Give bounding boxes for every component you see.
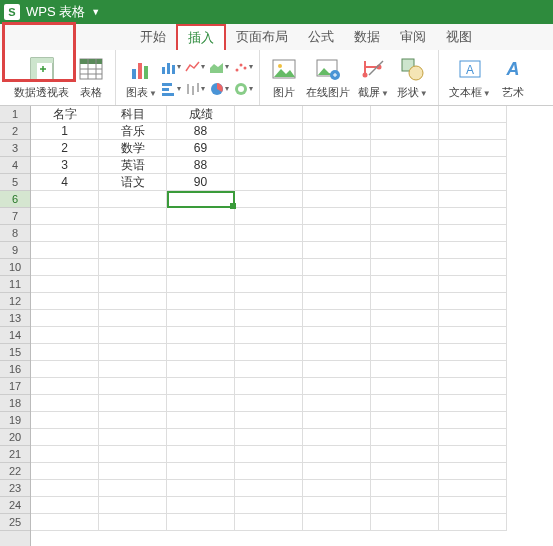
cell[interactable]: [303, 446, 371, 463]
cell[interactable]: [31, 446, 99, 463]
cell[interactable]: [167, 480, 235, 497]
cell[interactable]: [167, 412, 235, 429]
cell[interactable]: [439, 157, 507, 174]
wordart-button[interactable]: A 艺术: [495, 53, 531, 102]
pie-chart-icon[interactable]: ▾: [209, 79, 229, 99]
cell[interactable]: [303, 106, 371, 123]
cell[interactable]: [371, 429, 439, 446]
cell[interactable]: [303, 310, 371, 327]
cell[interactable]: [235, 463, 303, 480]
row-header[interactable]: 25: [0, 514, 30, 531]
cell[interactable]: [371, 514, 439, 531]
row-header[interactable]: 22: [0, 463, 30, 480]
cell[interactable]: 英语: [99, 157, 167, 174]
picture-button[interactable]: 图片: [266, 53, 302, 102]
cell[interactable]: [303, 361, 371, 378]
cell[interactable]: [167, 514, 235, 531]
cell[interactable]: [99, 191, 167, 208]
cell[interactable]: [99, 361, 167, 378]
cell[interactable]: [235, 429, 303, 446]
cell[interactable]: [371, 310, 439, 327]
pivot-table-button[interactable]: 数据透视表: [10, 53, 73, 102]
cell[interactable]: [303, 242, 371, 259]
row-header[interactable]: 2: [0, 123, 30, 140]
cell[interactable]: [99, 225, 167, 242]
cell[interactable]: [439, 361, 507, 378]
cell[interactable]: [303, 259, 371, 276]
row-header[interactable]: 14: [0, 327, 30, 344]
row-header[interactable]: 21: [0, 446, 30, 463]
cell[interactable]: [31, 225, 99, 242]
cell[interactable]: [371, 259, 439, 276]
cell[interactable]: [439, 140, 507, 157]
cell[interactable]: 3: [31, 157, 99, 174]
cell[interactable]: [235, 446, 303, 463]
cell[interactable]: [99, 446, 167, 463]
cell[interactable]: [235, 514, 303, 531]
cell[interactable]: [371, 412, 439, 429]
grid[interactable]: 名字科目成绩1音乐882数学693英语884语文90: [31, 106, 553, 546]
cell[interactable]: [31, 429, 99, 446]
cell[interactable]: [99, 412, 167, 429]
cell[interactable]: [371, 157, 439, 174]
cell[interactable]: [31, 259, 99, 276]
table-button[interactable]: 表格: [73, 53, 109, 102]
cell[interactable]: [167, 429, 235, 446]
cell[interactable]: [167, 344, 235, 361]
cell[interactable]: [167, 378, 235, 395]
menu-data[interactable]: 数据: [344, 24, 390, 50]
cell[interactable]: [99, 395, 167, 412]
cell[interactable]: 88: [167, 157, 235, 174]
screenshot-button[interactable]: 截屏▼: [354, 53, 393, 102]
row-header[interactable]: 1: [0, 106, 30, 123]
cell[interactable]: [439, 191, 507, 208]
cell[interactable]: [439, 174, 507, 191]
cell[interactable]: 4: [31, 174, 99, 191]
donut-chart-icon[interactable]: ▾: [233, 79, 253, 99]
cell[interactable]: 1: [31, 123, 99, 140]
cell[interactable]: [371, 395, 439, 412]
row-header[interactable]: 6: [0, 191, 30, 208]
cell[interactable]: [439, 429, 507, 446]
cell[interactable]: [31, 463, 99, 480]
cell[interactable]: [235, 327, 303, 344]
row-header[interactable]: 16: [0, 361, 30, 378]
cell[interactable]: [31, 208, 99, 225]
cell[interactable]: [235, 140, 303, 157]
cell[interactable]: [31, 412, 99, 429]
online-picture-button[interactable]: 在线图片: [302, 53, 354, 102]
row-header[interactable]: 3: [0, 140, 30, 157]
cell[interactable]: [235, 310, 303, 327]
row-header[interactable]: 11: [0, 276, 30, 293]
cell[interactable]: [99, 480, 167, 497]
row-header[interactable]: 13: [0, 310, 30, 327]
cell[interactable]: [99, 208, 167, 225]
menu-review[interactable]: 审阅: [390, 24, 436, 50]
hbar-chart-icon[interactable]: ▾: [161, 79, 181, 99]
cell[interactable]: [235, 344, 303, 361]
cell[interactable]: [235, 378, 303, 395]
cell[interactable]: 69: [167, 140, 235, 157]
cell[interactable]: [31, 344, 99, 361]
menu-view[interactable]: 视图: [436, 24, 482, 50]
cell[interactable]: [167, 191, 235, 208]
cell[interactable]: [439, 480, 507, 497]
cell[interactable]: [235, 106, 303, 123]
cell[interactable]: [303, 463, 371, 480]
cell[interactable]: [99, 497, 167, 514]
cell[interactable]: 名字: [31, 106, 99, 123]
cell[interactable]: [31, 378, 99, 395]
cell[interactable]: [235, 242, 303, 259]
cell[interactable]: [439, 259, 507, 276]
cell[interactable]: 音乐: [99, 123, 167, 140]
cell[interactable]: [303, 293, 371, 310]
cell[interactable]: [371, 174, 439, 191]
menu-formula[interactable]: 公式: [298, 24, 344, 50]
cell[interactable]: [235, 480, 303, 497]
cell[interactable]: [303, 327, 371, 344]
cell[interactable]: [99, 514, 167, 531]
cell[interactable]: [99, 429, 167, 446]
row-header[interactable]: 10: [0, 259, 30, 276]
cell[interactable]: [167, 310, 235, 327]
cell[interactable]: [371, 463, 439, 480]
